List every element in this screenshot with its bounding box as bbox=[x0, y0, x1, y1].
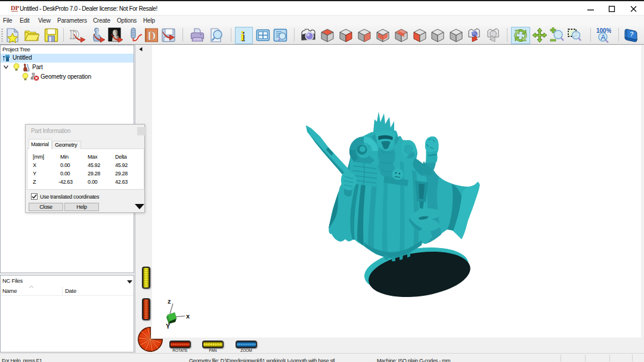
svg-text:i: i bbox=[240, 29, 244, 44]
svg-text:z: z bbox=[168, 298, 171, 305]
svg-text:x: x bbox=[186, 313, 190, 320]
svg-text:DP: DP bbox=[11, 5, 19, 11]
svg-text:D: D bbox=[147, 29, 156, 42]
svg-text:A: A bbox=[601, 33, 606, 42]
